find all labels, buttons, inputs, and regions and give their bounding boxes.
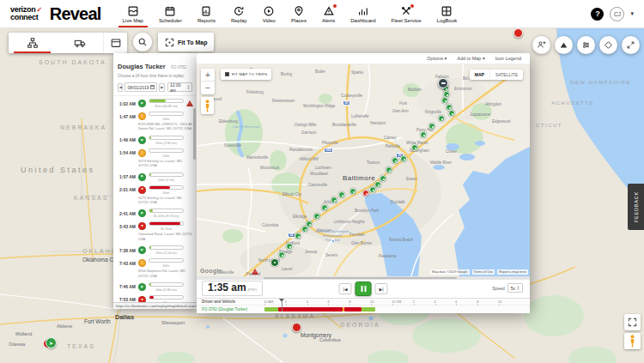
timeline-row-idle[interactable]: 1:47 AM||02m — [113, 109, 197, 122]
time-stepper-icon[interactable]: ▲▼ — [187, 85, 190, 90]
fit-map-to-trips-toggle[interactable]: FIT MAP TO TRIPS — [221, 69, 271, 80]
search-button[interactable] — [133, 33, 152, 51]
route-marker[interactable] — [400, 155, 407, 162]
filters-button[interactable] — [577, 36, 595, 54]
layers-button[interactable] — [599, 36, 617, 54]
tab-drivers[interactable] — [9, 33, 56, 53]
expand-button[interactable] — [622, 36, 640, 54]
options-menu[interactable]: Options ▾ — [427, 56, 447, 61]
map-type-satellite[interactable]: SATELLITE — [489, 70, 523, 80]
fit-to-map-button[interactable]: Fit To Map — [158, 33, 214, 51]
timeline-row-travel[interactable]: 7:38 AM▶05m (2.14 mi) — [113, 243, 197, 256]
feedback-tab[interactable]: FEEDBACK — [628, 184, 644, 230]
nav-item-places[interactable]: Places — [283, 0, 314, 27]
speed-stepper-icon[interactable]: ▲▼ — [517, 286, 519, 291]
help-button[interactable]: ? — [591, 8, 604, 21]
add-to-map-menu[interactable]: Add to Map ▾ — [457, 56, 484, 61]
route-marker[interactable] — [443, 91, 450, 98]
tab-calendar[interactable] — [103, 33, 127, 53]
splitter-thumb[interactable] — [264, 277, 457, 279]
icon-legend-link[interactable]: Icon Legend — [495, 56, 521, 61]
timeline-row-travel[interactable]: 1:49 AM▶05m (2.80 mi) — [113, 133, 197, 146]
route-marker[interactable] — [392, 157, 398, 164]
nav-item-reports[interactable]: Reports — [190, 0, 223, 27]
timeline-row-stop[interactable]: 2:01 AM■40m — [113, 183, 197, 196]
row-bar-area: 40m — [149, 185, 184, 195]
nav-item-video[interactable]: Video — [255, 0, 283, 27]
route-marker[interactable] — [321, 204, 328, 211]
brand-logo[interactable]: verizon✓ connect Reveal — [10, 4, 101, 24]
terms-link[interactable]: Terms of Use — [472, 269, 495, 275]
route-marker[interactable] — [295, 233, 301, 239]
nav-item-replay[interactable]: Replay — [223, 0, 255, 27]
tab-vehicles[interactable] — [56, 33, 103, 53]
nav-item-alerts[interactable]: Alerts — [314, 0, 343, 27]
timeline-row-travel[interactable]: 1:57 AM▶04m (2 mi) — [113, 170, 197, 183]
route-marker[interactable] — [446, 104, 453, 111]
route-marker[interactable] — [428, 123, 435, 130]
chevron-down-icon[interactable]: ▾ — [630, 10, 634, 17]
panel-scrollbar[interactable] — [193, 108, 196, 160]
next-day-button[interactable]: ▶ — [159, 83, 164, 92]
activity-track[interactable] — [264, 307, 526, 312]
route-marker[interactable] — [420, 131, 427, 138]
route-start-marker[interactable] — [270, 258, 279, 267]
map-type-map[interactable]: MAP — [470, 70, 489, 80]
nav-item-dashboard[interactable]: Dashboard — [343, 0, 383, 27]
route-marker[interactable] — [441, 97, 448, 104]
fullscreen-button[interactable] — [624, 314, 641, 330]
timeline-row-travel[interactable]: 2:41 AM▶1h 02m (8.74 mi) — [113, 206, 197, 219]
terrain-button[interactable] — [555, 36, 573, 54]
vehicle-marker[interactable]: ➤ — [43, 337, 58, 350]
row-time: 2:41 AM — [117, 211, 136, 216]
route-marker[interactable] — [306, 221, 313, 227]
add-driver-button[interactable] — [532, 36, 550, 54]
route-marker[interactable] — [338, 191, 345, 198]
timeline-row-idle[interactable]: 1:54 AM||02m — [113, 146, 197, 159]
user-avatar[interactable]: CJ — [610, 7, 624, 21]
nav-item-logbook[interactable]: LogBook — [429, 0, 465, 27]
report-error-link[interactable]: Report a map error — [497, 269, 528, 275]
route-stop-marker[interactable] — [362, 190, 369, 197]
route-marker[interactable] — [411, 144, 418, 151]
zoom-out-button[interactable]: − — [201, 82, 215, 94]
pause-button[interactable] — [355, 281, 372, 296]
scrub-handle[interactable] — [278, 299, 286, 312]
prev-day-button[interactable]: ◀ — [118, 83, 123, 92]
route-marker[interactable] — [386, 166, 392, 173]
route-marker[interactable] — [438, 115, 445, 122]
route-marker[interactable] — [278, 251, 285, 258]
nav-item-fleet-service[interactable]: Fleet Service — [384, 0, 429, 27]
activity-segment-green — [264, 307, 278, 312]
timeline-row-travel[interactable]: 7:46 AM▶06m (0.80 mi) — [113, 280, 197, 293]
notification-badge — [410, 4, 414, 8]
pegman-control[interactable] — [201, 97, 214, 114]
activity-segment-red — [344, 307, 361, 312]
skip-forward-button[interactable]: ▶| — [375, 283, 388, 294]
time-field[interactable]: 12:00 am ▲▼ — [167, 82, 192, 92]
route-marker[interactable] — [448, 110, 455, 117]
stop-marker[interactable] — [513, 28, 523, 38]
route-marker[interactable] — [380, 175, 386, 182]
status-glyph: || — [142, 152, 143, 155]
timeline-row-travel[interactable]: 1:02 AM▶45m (44.80 mi) — [113, 96, 197, 109]
route-marker[interactable] — [349, 188, 356, 195]
nav-item-live-map[interactable]: Live Map — [115, 0, 151, 27]
route-marker[interactable] — [286, 243, 293, 250]
speed-select[interactable]: 5x ▲▼ — [507, 283, 523, 293]
timeline-row-stop[interactable]: 3:43 AM■3h 51m — [113, 219, 197, 232]
vehicle-row-label[interactable]: FO-3762 (Douglas Tucker) — [202, 307, 247, 312]
replay-map[interactable]: PatapscoBoringButlerSparksWestwoodFinksb… — [197, 64, 530, 276]
skip-back-button[interactable]: |◀ — [339, 283, 352, 294]
timeline-row-idle[interactable]: 7:43 AM||02m — [113, 256, 197, 269]
route-marker[interactable] — [331, 197, 337, 203]
street-view-button[interactable] — [624, 333, 641, 349]
stop-marker[interactable] — [292, 323, 301, 332]
zoom-in-button[interactable]: + — [201, 69, 215, 82]
date-field[interactable]: 08/01/2019 — [125, 82, 157, 92]
route-marker[interactable] — [313, 213, 320, 220]
nav-item-scheduler[interactable]: Scheduler — [151, 0, 190, 27]
timeline-ruler[interactable]: 12 AM24681012 PM246810 — [264, 299, 526, 305]
route-marker[interactable] — [374, 181, 381, 188]
current-position-marker[interactable] — [438, 78, 448, 88]
